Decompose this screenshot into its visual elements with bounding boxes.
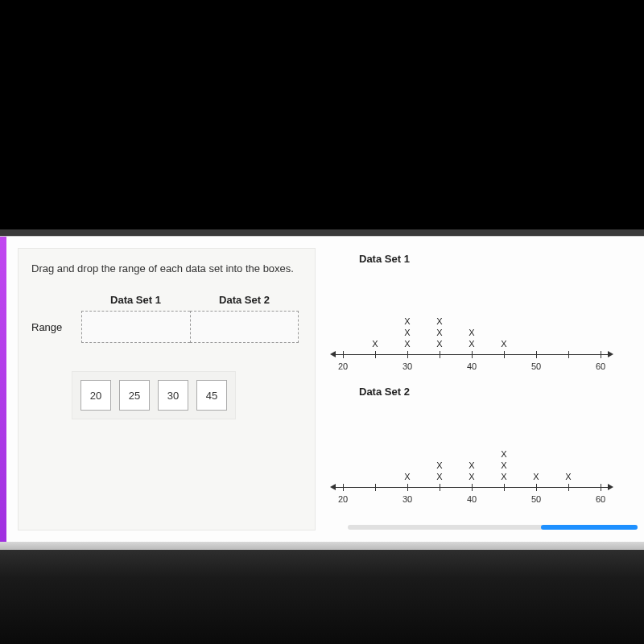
data-point: X <box>372 340 378 349</box>
tick-label: 30 <box>402 494 412 504</box>
data-point: X <box>469 461 474 470</box>
dotplot-set2: 2030405060XXXXXXXXXX <box>327 406 617 502</box>
data-point: X <box>436 340 442 349</box>
tick-label: 20 <box>338 361 348 371</box>
chip-45[interactable]: 45 <box>196 380 227 411</box>
data-point: X <box>436 328 442 337</box>
tick-label: 50 <box>531 361 541 371</box>
tick <box>504 484 505 491</box>
col-header-set2: Data Set 2 <box>190 294 299 306</box>
tick <box>375 484 376 491</box>
data-point: X <box>469 473 474 481</box>
data-point: X <box>469 340 474 349</box>
data-point: X <box>469 328 474 337</box>
tick <box>375 351 376 358</box>
instruction-text: Drag and drop the range of each data set… <box>31 262 302 276</box>
laptop-bezel-bottom <box>0 542 644 550</box>
col-header-set1: Data Set 1 <box>81 294 190 306</box>
data-point: X <box>436 473 442 481</box>
data-point: X <box>404 317 410 326</box>
row-label-range: Range <box>31 321 81 333</box>
tick <box>601 484 601 491</box>
tick <box>568 484 569 491</box>
keyboard-area <box>0 550 644 644</box>
tick-label: 60 <box>596 361 605 371</box>
data-point: X <box>436 461 442 470</box>
tick-label: 50 <box>531 494 541 504</box>
arrow-left-icon <box>330 484 336 490</box>
arrow-right-icon <box>608 351 613 357</box>
tick <box>472 351 473 358</box>
tick <box>440 484 440 491</box>
range-row: Range <box>31 311 302 343</box>
data-point: X <box>501 450 506 459</box>
tick-label: 40 <box>467 494 477 504</box>
tick <box>568 351 569 358</box>
tick-label: 40 <box>467 361 477 371</box>
tick <box>472 484 473 491</box>
app-window: Drag and drop the range of each data set… <box>0 236 644 542</box>
data-point: X <box>565 473 571 481</box>
data-point: X <box>404 473 410 481</box>
arrow-right-icon <box>608 484 613 490</box>
black-letterbox-top <box>0 0 644 229</box>
dropzone-set2[interactable] <box>190 311 299 343</box>
data-point: X <box>436 317 442 326</box>
tick <box>601 351 601 358</box>
laptop-bezel-top <box>0 229 644 236</box>
data-point: X <box>501 340 506 349</box>
arrow-left-icon <box>330 351 336 357</box>
tick <box>343 351 344 358</box>
accent-stripe <box>0 237 6 542</box>
content-area: Drag and drop the range of each data set… <box>6 237 644 542</box>
dotplot-set1: 2030405060XXXXXXXXXX <box>327 273 617 369</box>
chip-20[interactable]: 20 <box>80 380 111 411</box>
horizontal-scrollbar[interactable] <box>348 525 638 530</box>
answer-chips-tray: 20 25 30 45 <box>72 371 236 419</box>
tick <box>343 484 344 491</box>
tick-label: 60 <box>596 494 605 504</box>
tick <box>407 351 408 358</box>
data-point: X <box>501 461 506 470</box>
chip-30[interactable]: 30 <box>158 380 188 411</box>
tick <box>504 351 505 358</box>
tick-label: 30 <box>402 361 412 371</box>
data-point: X <box>501 473 506 481</box>
tick <box>536 484 537 491</box>
tick <box>407 484 408 491</box>
plots-panel: Data Set 1 2030405060XXXXXXXXXX Data Set… <box>327 248 638 530</box>
tick <box>440 351 440 358</box>
column-headers: Data Set 1 Data Set 2 <box>81 294 302 306</box>
scrollbar-thumb[interactable] <box>541 525 638 530</box>
data-point: X <box>404 340 410 349</box>
dropzone-set1[interactable] <box>81 311 190 343</box>
chip-25[interactable]: 25 <box>119 380 150 411</box>
tick <box>536 351 537 358</box>
question-panel: Drag and drop the range of each data set… <box>18 248 316 530</box>
dataset1-title: Data Set 1 <box>359 253 638 265</box>
tick-label: 20 <box>338 494 348 504</box>
data-point: X <box>533 473 539 481</box>
dataset2-title: Data Set 2 <box>359 386 638 398</box>
data-point: X <box>404 328 410 337</box>
